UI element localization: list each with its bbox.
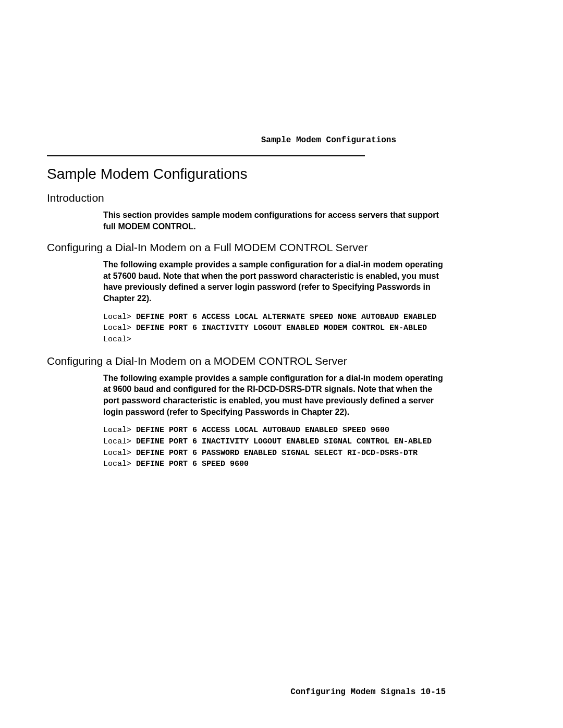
code-prompt: Local> xyxy=(103,426,136,435)
code-prompt: Local> xyxy=(103,437,136,446)
full-modem-body: The following example provides a sample … xyxy=(103,259,448,346)
section-heading-full-modem: Configuring a Dial-In Modem on a Full MO… xyxy=(47,241,511,254)
code-prompt: Local> xyxy=(103,449,136,458)
section-heading-introduction: Introduction xyxy=(47,192,511,204)
full-modem-code: Local> DEFINE PORT 6 ACCESS LOCAL ALTERN… xyxy=(103,312,448,346)
code-command: DEFINE PORT 6 ACCESS LOCAL AUTOBAUD ENAB… xyxy=(136,426,389,435)
section-heading-modem-control: Configuring a Dial-In Modem on a MODEM C… xyxy=(47,355,511,367)
page-title: Sample Modem Configurations xyxy=(47,166,511,182)
code-command: DEFINE PORT 6 INACTIVITY LOGOUT ENABLED … xyxy=(136,437,432,446)
code-command: DEFINE PORT 6 ACCESS LOCAL ALTERNATE SPE… xyxy=(136,313,436,322)
code-command: DEFINE PORT 6 INACTIVITY LOGOUT ENABLED … xyxy=(136,324,427,332)
page-footer: Configuring Modem Signals 10-15 xyxy=(290,687,446,697)
full-modem-paragraph: The following example provides a sample … xyxy=(103,259,448,304)
code-prompt: Local> xyxy=(103,313,136,322)
intro-body: This section provides sample modem confi… xyxy=(103,209,448,232)
code-prompt: Local> xyxy=(103,335,131,344)
horizontal-rule xyxy=(47,155,365,156)
code-command: DEFINE PORT 6 PASSWORD ENABLED SIGNAL SE… xyxy=(136,449,418,458)
intro-paragraph: This section provides sample modem confi… xyxy=(103,209,448,232)
page: Sample Modem Configurations Sample Modem… xyxy=(0,0,563,728)
code-prompt: Local> xyxy=(103,460,136,468)
modem-control-paragraph: The following example provides a sample … xyxy=(103,373,448,417)
code-command: DEFINE PORT 6 SPEED 9600 xyxy=(136,460,249,468)
code-prompt: Local> xyxy=(103,324,136,332)
running-header: Sample Modem Configurations xyxy=(47,135,396,145)
modem-control-code: Local> DEFINE PORT 6 ACCESS LOCAL AUTOBA… xyxy=(103,425,448,470)
modem-control-body: The following example provides a sample … xyxy=(103,373,448,470)
